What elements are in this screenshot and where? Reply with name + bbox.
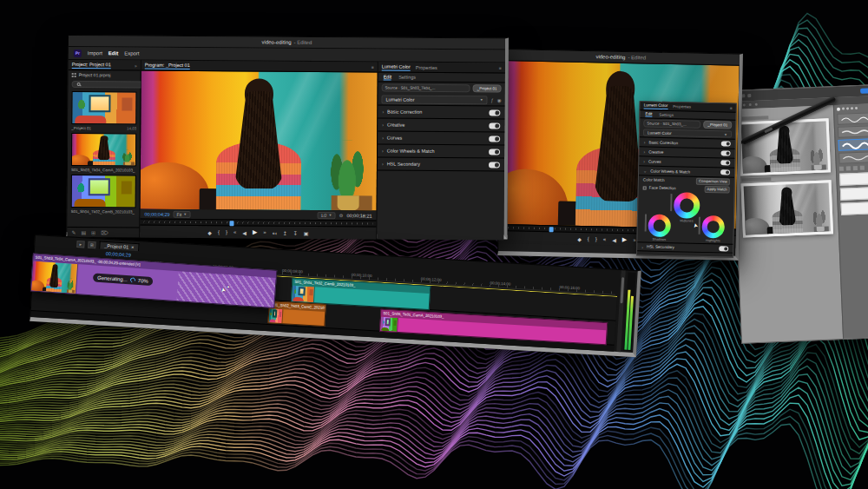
layer-item[interactable] [840,187,868,201]
go-to-in-icon[interactable]: « [233,229,236,235]
view-icon[interactable] [747,94,751,97]
brush-dot-icon[interactable] [837,108,840,111]
share-button[interactable] [860,88,868,94]
clip-thumbnail[interactable] [71,133,136,167]
subtab-edit[interactable]: Edit [384,74,392,80]
tab-project[interactable]: Project: Project 01 [72,62,111,69]
brush-stroke-preset[interactable] [837,112,868,125]
storyboard-frame-2[interactable] [741,180,834,237]
playhead-marker[interactable] [230,221,234,226]
fx-toggle[interactable] [720,160,730,165]
tab-properties[interactable]: Properties [416,64,437,69]
playhead-marker[interactable] [549,227,554,232]
option-icon[interactable] [839,167,844,171]
fx-toggle[interactable] [489,149,500,155]
tab-lumetri-color[interactable]: Lumetri Color [382,63,411,70]
project-item[interactable]: _Project 01 14;03 [68,89,140,132]
play-icon[interactable]: ▶ [253,228,257,235]
timeline-settings-icon[interactable]: ⊞ [88,241,95,248]
fx-badge-icon[interactable]: ƒ [491,97,494,102]
new-item-icon[interactable]: ⊞ [91,229,95,235]
subtab-settings[interactable]: Settings [398,75,416,80]
subtab-edit[interactable]: Edit [645,111,652,116]
section-hsl-secondary[interactable]: › HSL Secondary [378,157,504,171]
clip-thumbnail[interactable] [71,91,136,125]
fx-toggle[interactable] [720,169,730,175]
panel-menu-icon[interactable]: ≡ [730,105,733,110]
go-to-out-icon[interactable]: » [263,230,266,235]
face-detection-checkbox[interactable] [643,186,647,189]
fit-dropdown[interactable]: Fit ▼ [174,210,191,217]
fx-toggle[interactable] [489,135,500,142]
project-search-input[interactable] [72,81,147,89]
mark-out-icon[interactable]: } [226,229,227,235]
pen-tool-icon[interactable]: ✎ [71,229,76,235]
layer-item[interactable] [839,172,868,186]
option-icon[interactable] [853,166,858,170]
export-frame-icon[interactable]: ▣ [304,229,309,235]
lift-icon[interactable]: ↥ [283,229,287,235]
brush-stroke-preset[interactable] [838,151,868,164]
effect-dropdown[interactable]: Lumetri Color ▼ [643,129,732,137]
add-marker-icon[interactable]: ◆ [207,229,212,235]
add-marker-icon[interactable]: ◆ [577,235,582,241]
midtones-slider[interactable] [670,194,672,211]
brush-stroke-preset[interactable] [838,125,868,138]
tab-program[interactable]: Program: _Project 01 [145,62,190,69]
close-icon[interactable]: × [131,245,135,250]
list-view-icon[interactable]: ▤ [81,229,86,235]
sequence-pill[interactable]: _Project 01 [473,84,502,92]
mark-in-icon[interactable]: { [588,236,589,241]
clip-thumbnail[interactable] [71,175,136,208]
fx-toggle[interactable] [719,246,728,251]
option-icon[interactable] [860,166,865,170]
snap-icon[interactable]: ▸ [76,240,84,248]
project-item[interactable]: S01_Sh03_Tk04_CamA_20210103_ 4;29 [68,131,140,174]
wrench-icon[interactable]: ⚙ [339,213,344,218]
subtab-settings[interactable]: Settings [659,112,674,116]
tool-dot-icon[interactable] [755,103,758,106]
brush-dot-icon[interactable] [851,107,853,109]
section-hsl-secondary[interactable]: › HSL Secondary [637,241,733,253]
apply-match-button[interactable]: Apply Match [705,185,730,193]
menu-export[interactable]: Export [124,50,139,56]
panel-menu-icon[interactable]: ≡ [372,64,374,69]
delete-icon[interactable]: ⌦ [101,229,108,235]
shadows-slider[interactable] [645,214,647,231]
fx-toggle[interactable] [489,109,500,116]
brush-dot-icon[interactable] [846,107,849,109]
fx-toggle[interactable] [720,150,730,155]
playback-quality-dropdown[interactable]: 1/2 ▼ [318,212,336,219]
section-color-wheels[interactable]: › Color Wheels & Match [378,144,504,158]
brush-dot-icon[interactable] [842,108,845,110]
timeline-clip-orange[interactable]: S01_Sh02_Tk03_CamC_20210103_ [267,301,326,327]
go-to-out-icon[interactable]: » [633,237,635,242]
sequence-pill[interactable]: _Project 01 [703,121,732,129]
fx-toggle[interactable] [489,122,500,129]
tab-overflow-icon[interactable]: » [135,63,137,68]
sequence-tab[interactable]: _Project 01 × [99,241,139,251]
fx-toggle[interactable] [721,141,731,146]
brush-stroke-preset-selected[interactable] [838,138,868,151]
option-icon[interactable] [846,166,851,170]
highlights-wheel[interactable] [701,215,725,239]
eye-icon[interactable]: ◉ [497,97,502,102]
mark-in-icon[interactable]: { [218,229,220,235]
source-clip-pill[interactable]: Source · S01_Sh03_Tk04_... [382,84,470,93]
tool-dot-icon[interactable] [749,103,752,106]
step-back-icon[interactable]: ◀ [242,229,247,235]
grid-view-icon[interactable] [72,73,76,77]
tab-lumetri-color[interactable]: Lumetri Color [644,102,668,109]
mark-out-icon[interactable]: } [595,236,597,241]
section-basic-correction[interactable]: › Basic Correction [378,105,504,119]
step-forward-icon[interactable]: ↤ [273,229,277,235]
menu-import[interactable]: Import [88,50,102,56]
fx-toggle[interactable] [489,162,500,168]
panel-menu-icon[interactable]: ≡ [499,65,502,70]
play-icon[interactable]: ▶ [622,236,628,243]
project-item[interactable]: S01_Sh04_Tk02_CamB_20210103_ 3;18 [68,173,140,215]
go-to-in-icon[interactable]: « [603,236,606,241]
section-creative[interactable]: › Creative [378,118,504,132]
menu-edit[interactable]: Edit [108,50,118,56]
section-curves[interactable]: › Curves [378,131,504,145]
